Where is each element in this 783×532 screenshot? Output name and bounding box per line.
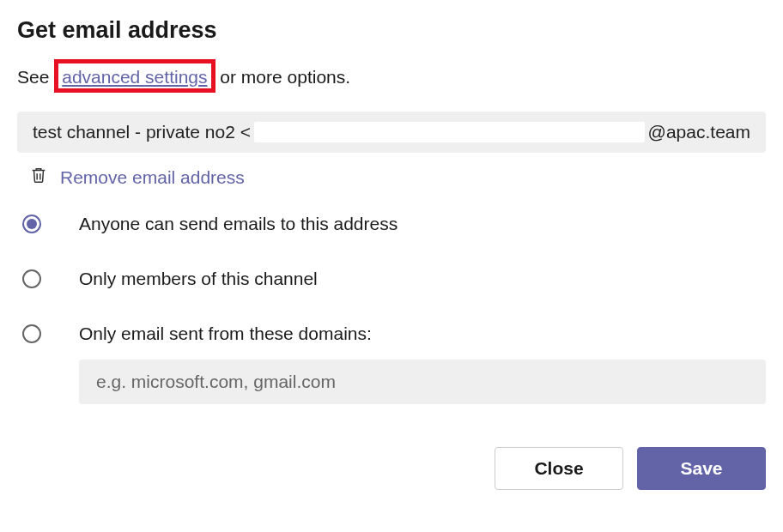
close-button[interactable]: Close <box>495 447 623 490</box>
remove-email-label: Remove email address <box>60 167 245 188</box>
advanced-settings-link[interactable]: advanced settings <box>62 67 207 87</box>
domains-input[interactable] <box>79 360 766 404</box>
button-row: Close Save <box>17 447 766 490</box>
email-redacted <box>254 122 645 142</box>
radio-option-anyone[interactable]: Anyone can send emails to this address <box>17 214 766 234</box>
radio-icon <box>22 215 41 233</box>
remove-email-button[interactable]: Remove email address <box>29 165 766 190</box>
highlight-box: advanced settings <box>54 59 215 93</box>
email-prefix: test channel - private no2 < <box>33 122 251 142</box>
save-button[interactable]: Save <box>637 447 766 490</box>
dialog-title: Get email address <box>17 17 766 44</box>
email-suffix: @apac.team <box>648 122 750 142</box>
subtitle-suffix: or more options. <box>215 67 351 87</box>
subtitle: See advanced settings or more options. <box>17 59 766 93</box>
radio-option-members[interactable]: Only members of this channel <box>17 269 766 289</box>
email-address-row: test channel - private no2 < @apac.team <box>17 112 766 153</box>
permissions-radio-group: Anyone can send emails to this address O… <box>17 214 766 360</box>
radio-icon <box>22 269 41 288</box>
radio-label: Anyone can send emails to this address <box>79 214 398 234</box>
radio-selected-dot <box>27 219 37 229</box>
radio-label: Only members of this channel <box>79 269 318 289</box>
radio-option-domains[interactable]: Only email sent from these domains: <box>17 323 766 344</box>
radio-icon <box>22 324 41 343</box>
trash-icon <box>29 165 48 190</box>
domains-input-wrap <box>79 360 766 404</box>
radio-label: Only email sent from these domains: <box>79 323 372 344</box>
subtitle-prefix: See <box>17 67 54 87</box>
